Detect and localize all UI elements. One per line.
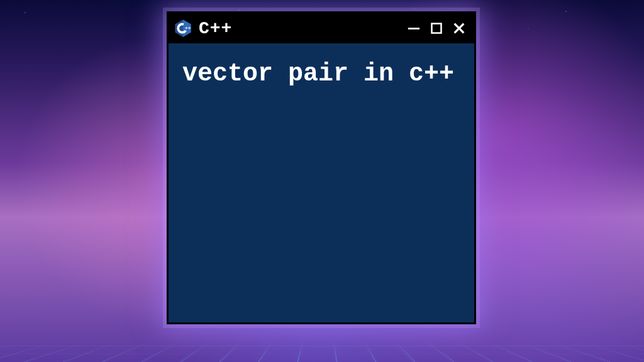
titlebar[interactable]: C++ (169, 13, 474, 43)
wallpaper-grid (0, 332, 644, 362)
minimize-button[interactable] (406, 21, 421, 36)
close-button[interactable] (452, 21, 467, 36)
terminal-content: vector pair in c++ (169, 43, 474, 322)
cpp-hex-icon (174, 19, 192, 38)
terminal-window: C++ vector pair in c++ (167, 11, 476, 324)
window-controls (406, 21, 467, 36)
svg-rect-8 (432, 24, 441, 33)
maximize-button[interactable] (429, 21, 444, 36)
window-title: C++ (199, 19, 400, 38)
svg-rect-6 (188, 28, 191, 28)
svg-rect-4 (185, 28, 187, 28)
svg-rect-7 (408, 28, 419, 30)
